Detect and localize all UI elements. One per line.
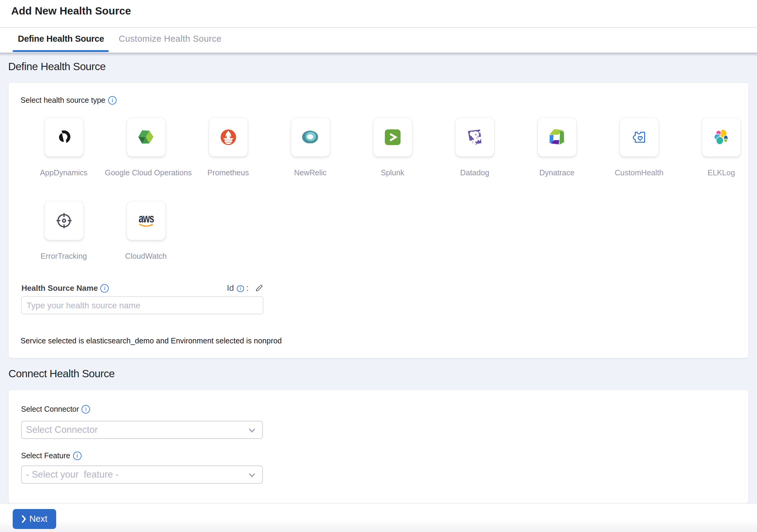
- svg-text:aws: aws: [138, 214, 153, 225]
